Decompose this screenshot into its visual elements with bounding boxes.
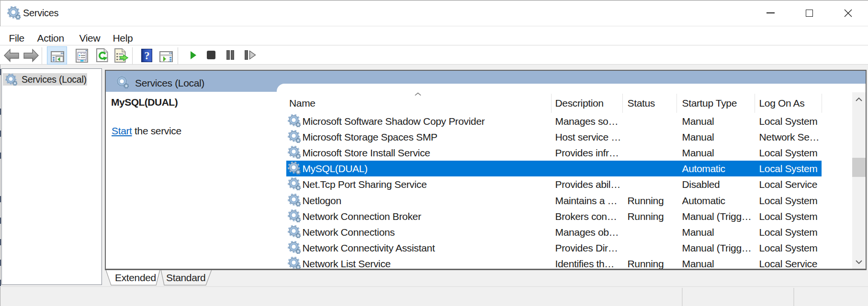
svg-text:?: ? [144,50,150,62]
